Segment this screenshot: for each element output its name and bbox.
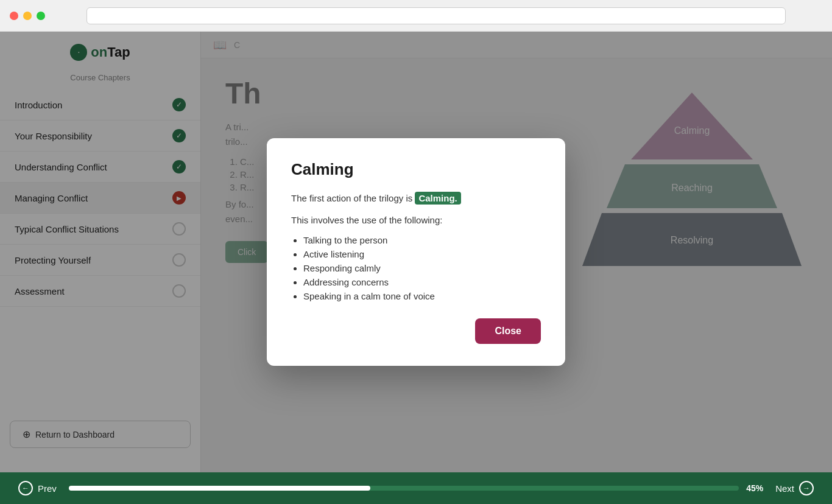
prev-button[interactable]: ← Prev [18,481,57,495]
url-bar[interactable] [86,7,786,24]
minimize-btn[interactable] [23,12,32,20]
modal-intro-prefix: The first action of the trilogy is [291,193,412,203]
close-modal-button[interactable]: Close [475,318,541,344]
modal-list-item: Active listening [303,249,541,259]
modal-overlay: Calming The first action of the trilogy … [0,32,832,472]
next-icon: → [799,481,814,495]
app-container: · onTap Course Chapters Introduction ✓ Y… [0,32,832,472]
prev-label: Prev [38,483,57,494]
prev-icon: ← [18,481,33,495]
modal-dialog: Calming The first action of the trilogy … [267,138,565,366]
modal-list-item: Speaking in a calm tone of voice [303,291,541,301]
next-button[interactable]: Next → [775,481,814,495]
modal-highlight: Calming. [415,192,460,205]
next-label: Next [775,483,794,494]
progress-bar-container: 45% [69,483,763,493]
modal-intro-text: The first action of the trilogy is Calmi… [291,191,541,206]
modal-list-item: Talking to the person [303,235,541,245]
modal-footer: Close [291,318,541,344]
progress-percentage: 45% [746,483,763,493]
modal-list-item: Responding calmly [303,263,541,273]
titlebar [0,0,832,32]
modal-title: Calming [291,160,541,179]
modal-list-item: Addressing concerns [303,277,541,287]
close-btn[interactable] [10,12,18,20]
maximize-btn[interactable] [37,12,45,20]
modal-sub-intro: This involves the use of the following: [291,213,541,228]
progress-bar-track [69,486,739,491]
modal-items-list: Talking to the person Active listening R… [303,235,541,301]
progress-bar-fill [69,486,370,491]
bottom-navigation-bar: ← Prev 45% Next → [0,472,832,504]
